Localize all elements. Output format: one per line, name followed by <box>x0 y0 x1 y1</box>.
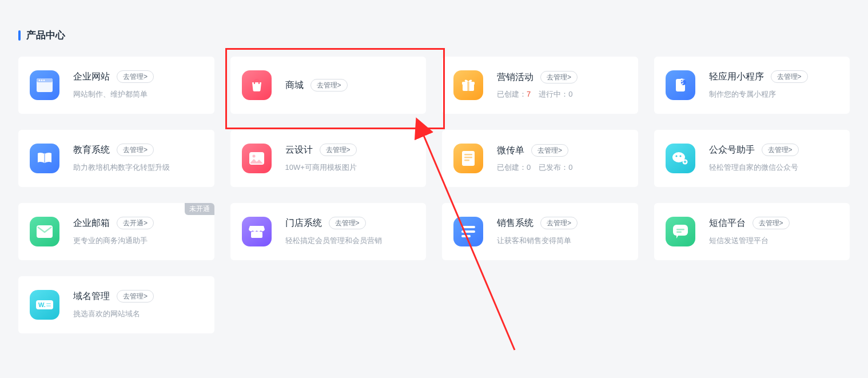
manage-button[interactable]: 去管理> <box>540 71 578 83</box>
svg-rect-24 <box>461 230 475 233</box>
card-title: 门店系统 <box>285 217 322 229</box>
svg-rect-22 <box>251 232 262 238</box>
manage-button[interactable]: 去管理> <box>310 79 348 91</box>
manage-button[interactable]: 去管理> <box>762 144 799 156</box>
svg-point-3 <box>41 79 43 81</box>
product-grid: 企业网站 去管理> 网站制作、维护都简单 商城 去管理> <box>18 57 850 333</box>
stat-running-label: 进行中： <box>539 90 568 98</box>
card-desc: 挑选喜欢的网站域名 <box>73 308 203 320</box>
section-title-bar <box>18 30 21 41</box>
card-mp-helper[interactable]: 公众号助手 去管理> 轻松管理自家的微信公众号 <box>654 130 850 187</box>
section-title: 产品中心 <box>18 29 850 42</box>
svg-rect-31 <box>46 303 51 304</box>
svg-text:W.: W. <box>38 301 46 308</box>
window-icon <box>30 70 59 100</box>
svg-rect-7 <box>467 82 469 91</box>
not-opened-badge: 未开通 <box>185 203 214 215</box>
svg-point-19 <box>679 155 681 157</box>
svg-rect-28 <box>676 232 682 233</box>
card-sms[interactable]: 短信平台 去管理> 短信发送管理平台 <box>654 203 850 260</box>
svg-point-18 <box>675 155 677 157</box>
section-title-text: 产品中心 <box>26 29 65 42</box>
shopping-bag-icon <box>242 70 272 100</box>
stat-created-value: 7 <box>527 90 531 98</box>
card-stats: 已创建：0 已发布：0 <box>497 162 627 173</box>
manage-button[interactable]: 去管理> <box>320 144 357 156</box>
card-desc: 助力教培机构数字化转型升级 <box>73 162 203 173</box>
store-icon <box>242 217 272 246</box>
flyer-icon <box>453 144 483 173</box>
card-title: 商城 <box>285 79 304 91</box>
svg-rect-14 <box>464 154 472 156</box>
manage-button[interactable]: 去管理> <box>752 217 790 229</box>
card-desc: 更专业的商务沟通助手 <box>73 235 203 246</box>
open-button[interactable]: 去开通> <box>117 217 154 229</box>
manage-button[interactable]: 去管理> <box>329 217 366 229</box>
svg-point-2 <box>39 79 41 81</box>
card-cloud-design[interactable]: 云设计 去管理> 10W+可商用模板图片 <box>230 130 427 187</box>
domain-icon: W. <box>30 290 59 320</box>
stat-published-label: 已发布： <box>539 163 568 172</box>
card-domain[interactable]: W. 域名管理 去管理> 挑选喜欢的网站域名 <box>18 276 214 333</box>
svg-rect-16 <box>464 160 469 161</box>
card-desc: 轻松搞定会员管理和会员营销 <box>285 235 415 246</box>
image-icon <box>242 144 272 173</box>
manage-button[interactable]: 去管理> <box>117 70 154 83</box>
card-stats: 已创建：7 进行中：0 <box>497 89 627 100</box>
card-sales-system[interactable]: 销售系统 去管理> 让获客和销售变得简单 <box>442 203 638 260</box>
card-title: 企业邮箱 <box>73 217 110 229</box>
svg-rect-32 <box>46 305 51 307</box>
card-desc: 网站制作、维护都简单 <box>73 89 203 100</box>
card-enterprise-site[interactable]: 企业网站 去管理> 网站制作、维护都简单 <box>18 57 214 114</box>
card-micro-flyer[interactable]: 微传单 去管理> 已创建：0 已发布：0 <box>442 130 638 187</box>
miniapp-icon <box>666 70 695 100</box>
card-enterprise-mail[interactable]: 未开通 企业邮箱 去开通> 更专业的商务沟通助手 <box>18 203 214 260</box>
card-title: 销售系统 <box>497 217 533 229</box>
gift-icon <box>453 70 483 100</box>
manage-button[interactable]: 去管理> <box>117 144 154 156</box>
card-title: 云设计 <box>285 144 313 156</box>
card-mall[interactable]: 商城 去管理> <box>230 57 427 114</box>
svg-rect-25 <box>461 235 471 237</box>
card-title: 轻应用小程序 <box>709 71 764 83</box>
card-desc: 让获客和销售变得简单 <box>497 235 627 246</box>
svg-rect-27 <box>676 229 684 230</box>
stat-running-value: 0 <box>568 90 572 98</box>
stat-created-value: 0 <box>527 163 531 172</box>
card-title: 公众号助手 <box>709 144 755 156</box>
card-desc: 制作您的专属小程序 <box>709 89 839 100</box>
svg-rect-23 <box>461 226 475 228</box>
stat-created-label: 已创建： <box>497 163 527 172</box>
manage-button[interactable]: 去管理> <box>531 144 568 157</box>
manage-button[interactable]: 去管理> <box>540 217 578 229</box>
card-title: 微传单 <box>497 145 524 157</box>
wechat-icon <box>666 144 695 173</box>
svg-rect-10 <box>44 153 45 163</box>
mail-icon <box>30 217 59 246</box>
card-miniapp[interactable]: 轻应用小程序 去管理> 制作您的专属小程序 <box>654 57 850 114</box>
list-icon <box>453 217 483 246</box>
message-icon <box>666 217 695 246</box>
svg-rect-13 <box>462 151 475 166</box>
stat-published-value: 0 <box>568 163 572 172</box>
card-title: 企业网站 <box>73 71 110 83</box>
card-title: 域名管理 <box>73 291 110 303</box>
manage-button[interactable]: 去管理> <box>771 70 808 83</box>
card-marketing[interactable]: 营销活动 去管理> 已创建：7 进行中：0 <box>442 57 638 114</box>
card-desc: 10W+可商用模板图片 <box>285 162 415 173</box>
book-icon <box>30 144 59 173</box>
card-education[interactable]: 教育系统 去管理> 助力教培机构数字化转型升级 <box>18 130 214 187</box>
svg-point-4 <box>43 79 45 81</box>
card-store-system[interactable]: 门店系统 去管理> 轻松搞定会员管理和会员营销 <box>230 203 427 260</box>
card-title: 教育系统 <box>73 144 110 156</box>
svg-rect-15 <box>464 157 472 158</box>
card-desc: 轻松管理自家的微信公众号 <box>709 162 839 173</box>
manage-button[interactable]: 去管理> <box>117 290 154 303</box>
card-desc: 短信发送管理平台 <box>709 235 839 246</box>
stat-created-label: 已创建： <box>497 90 527 98</box>
card-title: 短信平台 <box>709 217 746 229</box>
card-title: 营销活动 <box>497 71 533 83</box>
svg-point-12 <box>252 155 255 158</box>
